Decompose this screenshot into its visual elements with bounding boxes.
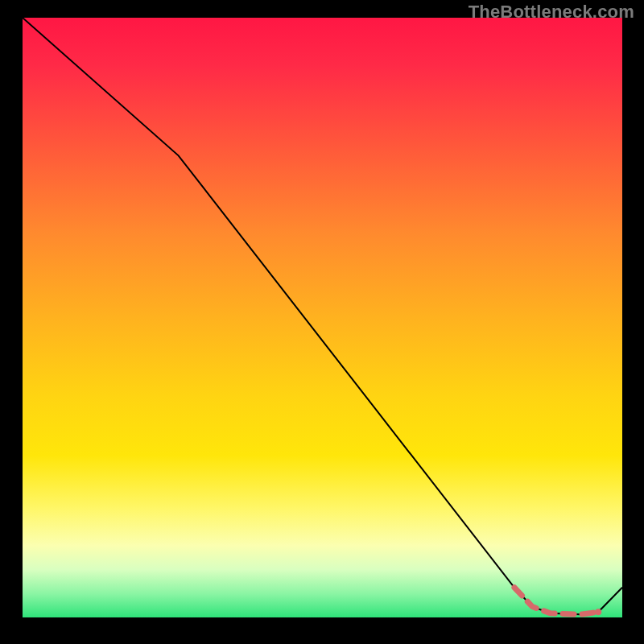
optimal-zone-endpoint [595, 609, 601, 615]
chart-svg [0, 0, 644, 644]
chart-stage: TheBottleneck.com [0, 0, 644, 644]
chart-background-gradient [23, 18, 622, 617]
